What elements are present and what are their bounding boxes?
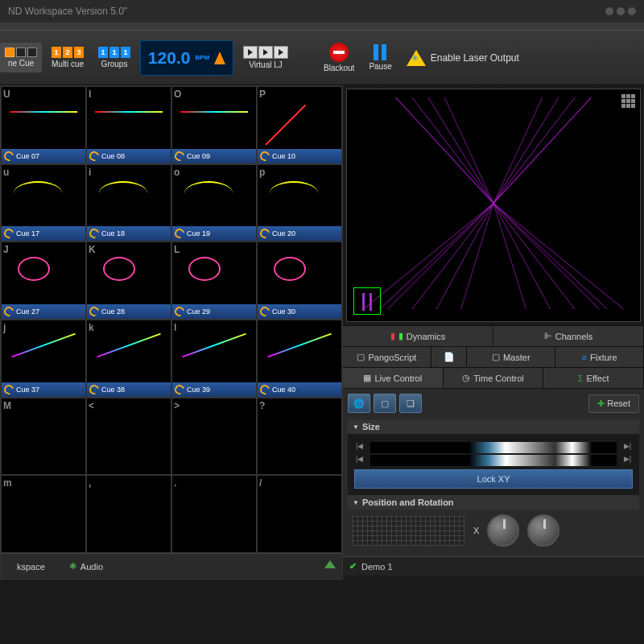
svg-line-13 [493,204,624,310]
toolbar: ne Cue 123 Multi cue 111 Groups 120.0BPM… [0,31,644,85]
lockxy-button[interactable]: Lock XY [354,469,633,489]
tab-dynamics[interactable]: ▮▮Dynamics [343,326,493,346]
check-icon: ✔ [349,561,357,572]
titlebar: ND Workspace Version 5.0" [0,0,644,23]
audio-tab[interactable]: ✱Audio [61,558,111,575]
cue-cell[interactable]: oCue 19 [171,164,257,242]
rotation-knob-1[interactable] [487,514,519,547]
blackout-label: Blackout [324,64,354,72]
cue-cell[interactable]: ? [257,398,342,476]
laser-preview [363,97,624,309]
svg-line-6 [493,97,559,204]
pause-button[interactable]: Pause [364,41,396,74]
enable-laser-button[interactable]: Enable Laser Output [402,47,524,69]
svg-line-15 [493,204,575,310]
cue-cell[interactable]: , [86,475,171,553]
window-controls[interactable] [605,7,636,15]
multicue-button[interactable]: 123 Multi cue [47,43,89,72]
cue-cell[interactable]: KCue 28 [86,242,171,320]
screen-button[interactable]: ▢ [374,394,396,413]
tab-livecontrol[interactable]: ▦Live Control [343,368,444,388]
svg-line-19 [493,97,592,204]
cue-cell[interactable]: pCue 20 [257,164,342,242]
groups-label: Groups [101,60,128,68]
cue-cell[interactable]: > [171,398,257,476]
cue-cell[interactable]: jCue 37 [1,320,86,398]
control-tabs: ▮▮Dynamics ⊩Channels ▢PangoScript 📄 ▢Mas… [343,325,644,556]
bpm-display[interactable]: 120.0BPM [140,40,233,76]
cue-cell[interactable]: lCue 39 [171,320,257,398]
onecue-label: ne Cue [8,59,34,68]
cue-cell[interactable]: kCue 38 [86,320,171,398]
svg-line-8 [363,204,493,310]
cue-cell[interactable]: < [86,398,171,476]
position-grid[interactable] [353,515,465,546]
svg-line-2 [428,97,493,204]
bpm-value: 120.0 [148,48,191,68]
rotation-knob-2[interactable] [527,514,559,547]
groups-button[interactable]: 111 Groups [93,43,135,72]
status-demo: Demo 1 [361,562,393,572]
tab-pangoscript[interactable]: ▢PangoScript [343,347,431,367]
tab-master[interactable]: ▢Master [467,347,555,367]
globe-button[interactable]: 🌐 [348,394,370,413]
svg-line-11 [436,204,493,310]
cue-cell[interactable]: . [171,475,257,553]
virtuallj-label: Virtual LJ [249,60,283,69]
cue-cell[interactable]: uCue 17 [1,164,86,242]
menu-strip [0,23,644,31]
cue-cell[interactable]: / [257,475,342,553]
x-label: X [473,526,479,535]
cue-cell[interactable]: Cue 40 [257,320,342,398]
size-slider-y[interactable] [370,455,617,466]
cue-cell[interactable]: Cue 30 [257,242,342,320]
statusbar: ✔ Demo 1 [343,556,644,576]
cue-grid: UCue 07ICue 08OCue 09PCue 10uCue 17iCue … [0,85,343,580]
tab-channels[interactable]: ⊩Channels [493,326,644,346]
enable-laser-label: Enable Laser Output [431,52,519,64]
svg-line-1 [412,97,493,204]
svg-line-5 [493,97,575,204]
svg-line-16 [493,204,551,310]
bottom-tabs: kspace ✱Audio [1,553,342,579]
size-header[interactable]: Size [348,419,639,434]
svg-line-20 [379,204,493,310]
reset-button[interactable]: ✚ Reset [588,394,639,413]
cue-cell[interactable]: OCue 09 [171,86,257,164]
virtuallj-button[interactable]: Virtual LJ [238,43,293,72]
cue-cell[interactable]: m [1,475,86,553]
svg-line-10 [412,204,493,310]
tab-effect[interactable]: ΣEffect [543,368,644,388]
svg-line-18 [396,97,494,204]
zone-indicator[interactable] [353,287,381,315]
posrot-header[interactable]: Position and Rotation [348,495,639,510]
multicue-label: Multi cue [52,60,84,68]
tab-timecontrol[interactable]: ◷Time Control [444,368,544,388]
cue-cell[interactable]: LCue 29 [171,242,257,320]
cue-cell[interactable]: PCue 10 [257,86,342,164]
pause-icon [374,44,388,60]
svg-line-3 [444,97,493,204]
blackout-button[interactable]: Blackout [319,39,359,76]
cue-cell[interactable]: UCue 07 [1,86,86,164]
expand-icon[interactable] [324,560,336,568]
stop-icon [329,43,349,62]
tab-fixture[interactable]: ≡Fixture [555,347,644,367]
preview-window[interactable] [346,89,641,322]
cue-cell[interactable]: ICue 08 [86,86,171,164]
metronome-icon [214,52,225,64]
tab-page[interactable]: 📄 [431,347,468,367]
windows-button[interactable]: ❏ [399,394,422,413]
warning-icon [407,50,426,66]
size-slider-x[interactable] [370,442,617,453]
svg-line-7 [493,97,543,204]
app-title: ND Workspace Version 5.0" [8,6,127,17]
workspace-tab[interactable]: kspace [9,559,53,575]
cue-cell[interactable]: iCue 18 [86,164,171,242]
preview-pane: ▮▮Dynamics ⊩Channels ▢PangoScript 📄 ▢Mas… [343,85,644,580]
cue-cell[interactable]: M [1,398,86,476]
svg-line-21 [493,204,608,310]
pause-label: Pause [369,62,391,71]
onecue-button[interactable]: ne Cue [0,43,42,72]
cue-cell[interactable]: JCue 27 [1,242,86,320]
